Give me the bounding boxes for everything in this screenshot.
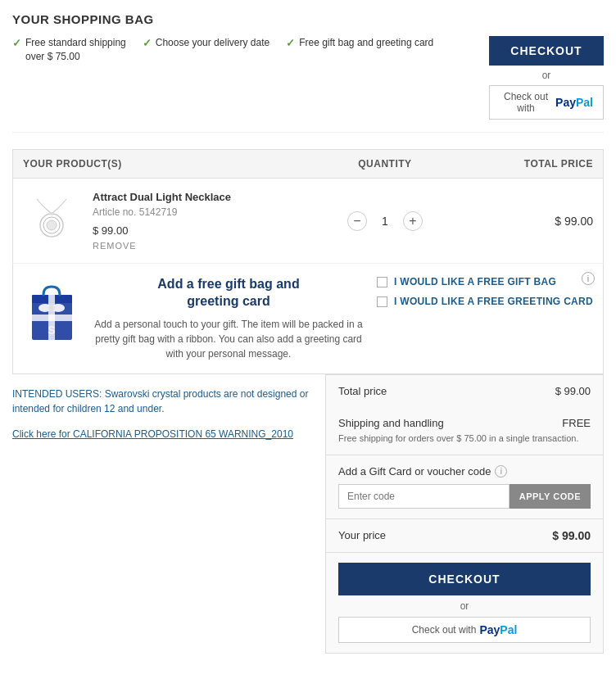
bottom-section: INTENDED USERS: Swarovski crystal produc… — [12, 374, 604, 654]
quantity-cell: − 1 + — [312, 179, 458, 264]
remove-button[interactable]: REMOVE — [93, 241, 302, 251]
feature-delivery-text: Choose your delivery date — [156, 36, 270, 50]
paypal-logo-bottom: PayPal — [479, 623, 517, 636]
greeting-card-checkbox[interactable] — [377, 296, 387, 307]
col-header-price: TOTAL PRICE — [458, 150, 603, 179]
gift-bag-checkbox[interactable] — [377, 277, 387, 287]
feature-shipping-text: Free standard shipping — [25, 36, 126, 50]
necklace-svg — [25, 194, 79, 247]
voucher-input[interactable] — [338, 484, 510, 509]
intended-users-warning: INTENDED USERS: Swarovski crystal produc… — [12, 387, 315, 416]
page-title: YOUR SHOPPING BAG — [12, 12, 604, 26]
check-icon-delivery: ✓ — [143, 37, 152, 49]
svg-rect-7 — [32, 315, 72, 321]
bottom-or-text: or — [338, 600, 591, 612]
checkout-button[interactable]: CHECKOUT — [338, 563, 591, 595]
greeting-card-option[interactable]: I WOULD LIKE A FREE GREETING CARD — [377, 296, 593, 307]
header-or-text: or — [489, 70, 604, 81]
total-price-value: $ 99.00 — [555, 385, 591, 397]
product-image — [23, 192, 80, 250]
col-header-qty: QUANTITY — [312, 150, 458, 179]
products-table: YOUR PRODUCT(S) QUANTITY TOTAL PRICE — [12, 149, 604, 264]
top-bar-actions: CHECKOUT or Check out with PayPal — [489, 36, 604, 120]
product-price: $ 99.00 — [93, 224, 302, 237]
gift-section: i S Add a free gift bag andgree — [12, 264, 604, 374]
checkout-section: CHECKOUT or Check out with PayPal — [325, 553, 604, 654]
gift-text: Add a free gift bag andgreeting card Add… — [93, 276, 365, 361]
check-icon-shipping: ✓ — [12, 37, 21, 49]
feature-gift: ✓ Free gift bag and greeting card — [286, 36, 433, 50]
gift-bag-option[interactable]: I WOULD LIKE A FREE GIFT BAG — [377, 276, 593, 287]
voucher-info-icon[interactable]: i — [495, 465, 507, 478]
feature-delivery: ✓ Choose your delivery date — [143, 36, 270, 50]
check-icon-gift: ✓ — [286, 37, 295, 49]
quantity-control: − 1 + — [322, 211, 448, 231]
feature-shipping: ✓ Free standard shipping over $ 75.00 — [12, 36, 126, 64]
shipping-row: Shipping and handling FREE Free shipping… — [325, 407, 604, 455]
svg-point-2 — [47, 220, 57, 230]
quantity-decrease-button[interactable]: − — [347, 211, 367, 231]
gift-description: Add a personal touch to your gift. The i… — [93, 317, 365, 361]
feature-gift-text: Free gift bag and greeting card — [299, 36, 433, 50]
product-info: Attract Dual Light Necklace Article no. … — [93, 191, 302, 251]
header-checkout-button[interactable]: CHECKOUT — [489, 36, 604, 66]
paypal-logo: PayPal — [555, 96, 593, 109]
your-price-label: Your price — [338, 529, 386, 542]
product-total-price: $ 99.00 — [458, 179, 603, 264]
your-price-row: Your price $ 99.00 — [325, 519, 604, 553]
svg-point-10 — [48, 305, 55, 311]
ca-warning-link[interactable]: Click here for CALIFORNIA PROPOSITION 65… — [12, 428, 293, 440]
header-paypal-button[interactable]: Check out with PayPal — [489, 85, 604, 120]
order-summary: Total price $ 99.00 Shipping and handlin… — [325, 374, 604, 654]
svg-point-3 — [50, 212, 53, 215]
gift-bag-label: I WOULD LIKE A FREE GIFT BAG — [394, 276, 556, 287]
table-row: Attract Dual Light Necklace Article no. … — [13, 179, 604, 264]
product-cell: Attract Dual Light Necklace Article no. … — [23, 191, 302, 251]
voucher-section: Add a Gift Card or voucher code i APPLY … — [325, 455, 604, 519]
article-number: Article no. 5142719 — [93, 206, 302, 218]
gift-bag-svg: S — [25, 278, 79, 344]
svg-text:S: S — [48, 324, 55, 337]
quantity-increase-button[interactable]: + — [403, 211, 423, 231]
quantity-value: 1 — [377, 215, 393, 228]
feature-shipping-sub: over $ 75.00 — [25, 50, 126, 64]
left-info: INTENDED USERS: Swarovski crystal produc… — [12, 374, 325, 654]
voucher-label: Add a Gift Card or voucher code i — [338, 465, 591, 478]
col-header-product: YOUR PRODUCT(S) — [13, 150, 312, 179]
product-name: Attract Dual Light Necklace — [93, 191, 302, 203]
gift-image: S — [23, 276, 80, 346]
paypal-prefix: Check out with — [500, 91, 552, 114]
your-price-value: $ 99.00 — [552, 529, 591, 542]
paypal-button[interactable]: Check out with PayPal — [338, 617, 591, 643]
shipping-label: Shipping and handling — [338, 417, 444, 429]
paypal-prefix-bottom: Check out with — [412, 624, 477, 636]
total-price-label: Total price — [338, 385, 387, 397]
gift-title: Add a free gift bag andgreeting card — [93, 276, 365, 310]
apply-code-button[interactable]: APPLY CODE — [510, 484, 591, 509]
greeting-card-label: I WOULD LIKE A FREE GREETING CARD — [394, 296, 593, 307]
gift-info-icon[interactable]: i — [582, 272, 595, 285]
shipping-sub: Free shipping for orders over $ 75.00 in… — [338, 432, 579, 445]
gift-options: I WOULD LIKE A FREE GIFT BAG I WOULD LIK… — [377, 276, 593, 307]
voucher-input-row: APPLY CODE — [338, 484, 591, 509]
top-bar: ✓ Free standard shipping over $ 75.00 ✓ … — [12, 36, 604, 133]
total-price-row: Total price $ 99.00 — [325, 374, 604, 407]
shipping-value: FREE — [562, 417, 591, 429]
feature-list: ✓ Free standard shipping over $ 75.00 ✓ … — [12, 36, 433, 64]
